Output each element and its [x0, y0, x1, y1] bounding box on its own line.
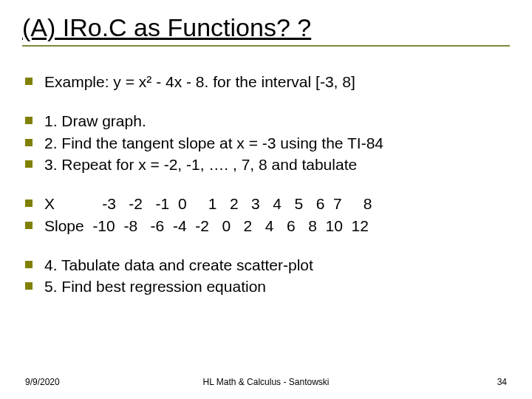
bullet-group-1: 1. Draw graph. 2. Find the tangent slope… — [22, 111, 510, 174]
bullet-text: 4. Tabulate data and create scatter-plot — [44, 255, 510, 275]
list-item: 5. Find best regression equation — [22, 276, 510, 296]
slide-title: (A) IRo.C as Functions? ? — [22, 13, 510, 47]
bullet-group-3: 4. Tabulate data and create scatter-plot… — [22, 255, 510, 297]
square-bullet-icon — [25, 117, 33, 124]
square-bullet-icon — [25, 139, 33, 146]
square-bullet-icon — [25, 222, 33, 229]
list-item: X -3 -2 -1 0 1 2 3 4 5 6 7 8 — [22, 194, 510, 214]
square-bullet-icon — [25, 200, 33, 207]
slide-footer: 9/9/2020 HL Math & Calculus - Santowski … — [22, 377, 510, 389]
bullet-text: X -3 -2 -1 0 1 2 3 4 5 6 7 8 — [44, 194, 510, 214]
bullet-text: 3. Repeat for x = -2, -1, …. , 7, 8 and … — [44, 154, 510, 174]
list-item: 4. Tabulate data and create scatter-plot — [22, 255, 510, 275]
list-item: Example: y = x² - 4x - 8. for the interv… — [22, 72, 510, 92]
slide: (A) IRo.C as Functions? ? Example: y = x… — [0, 0, 532, 399]
bullet-text: 2. Find the tangent slope at x = -3 usin… — [44, 133, 510, 153]
list-item: 3. Repeat for x = -2, -1, …. , 7, 8 and … — [22, 154, 510, 174]
slide-body: Example: y = x² - 4x - 8. for the interv… — [22, 51, 510, 377]
square-bullet-icon — [25, 160, 33, 168]
list-item: Slope -10 -8 -6 -4 -2 0 2 4 6 8 10 12 — [22, 216, 510, 236]
bullet-group-0: Example: y = x² - 4x - 8. for the interv… — [22, 72, 510, 92]
bullet-group-2: X -3 -2 -1 0 1 2 3 4 5 6 7 8 Slope -10 -… — [22, 194, 510, 236]
list-item: 1. Draw graph. — [22, 111, 510, 131]
footer-date: 9/9/2020 — [25, 377, 60, 387]
bullet-text: 5. Find best regression equation — [44, 276, 510, 296]
bullet-text: Example: y = x² - 4x - 8. for the interv… — [44, 72, 510, 92]
square-bullet-icon — [25, 261, 33, 268]
footer-center: HL Math & Calculus - Santowski — [0, 377, 532, 387]
footer-page: 34 — [497, 377, 507, 387]
bullet-text: 1. Draw graph. — [44, 111, 510, 131]
square-bullet-icon — [25, 78, 33, 85]
square-bullet-icon — [25, 282, 33, 290]
bullet-text: Slope -10 -8 -6 -4 -2 0 2 4 6 8 10 12 — [44, 216, 510, 236]
list-item: 2. Find the tangent slope at x = -3 usin… — [22, 133, 510, 153]
